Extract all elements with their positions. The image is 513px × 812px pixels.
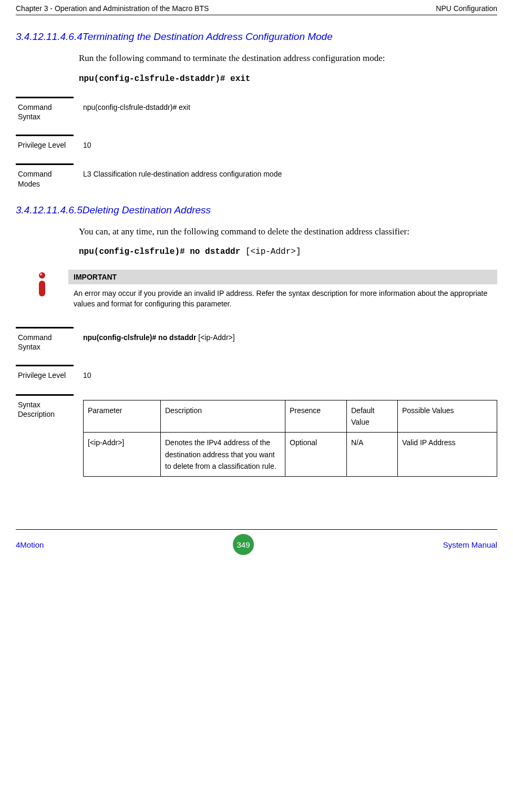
important-text: An error may occur if you provide an inv… [68,284,497,313]
page-footer: 4Motion 349 System Manual [16,529,497,563]
section-number-1: 3.4.12.11.4.6.4 [16,31,83,42]
section1-code: npu(config-clsfrule-dstaddr)# exit [79,74,497,84]
s2-privilege-level-value: 10 [74,365,497,381]
td-presence: Optional [285,433,347,477]
footer-right: System Manual [443,540,497,549]
section2-code: npu(config-clsfrule)# no dstaddr [<ip-Ad… [79,247,497,256]
th-description: Description [161,400,285,433]
section2-body: You can, at any time, run the following … [79,225,497,239]
th-parameter: Parameter [84,400,161,433]
important-callout: IMPORTANT An error may occur if you prov… [16,270,497,313]
svg-point-0 [39,272,45,279]
section-number-2: 3.4.12.11.4.6.5 [16,204,83,215]
th-possible-values: Possible Values [398,400,497,433]
s1-command-syntax-label: Command Syntax [16,97,74,121]
section2-code-bold: npu(config-clsfrule)# no dstaddr [79,247,245,256]
s1-command-syntax-value: npu(config-clsfrule-dstaddr)# exit [74,97,497,113]
s2-command-syntax-label: Command Syntax [16,327,74,352]
syntax-description-table: Parameter Description Presence Default V… [83,400,497,477]
important-title: IMPORTANT [68,270,497,284]
s2-privilege-level-label: Privilege Level [16,365,74,380]
section-heading-1: 3.4.12.11.4.6.4Terminating the Destinati… [16,31,497,43]
page-header: Chapter 3 - Operation and Administration… [16,0,497,15]
svg-rect-1 [39,281,45,296]
td-default-value: N/A [347,433,398,477]
td-parameter: [<ip-Addr>] [84,433,161,477]
section-title-2: Deleting Destination Address [83,204,211,215]
section1-body: Run the following command to terminate t… [79,52,497,65]
header-left: Chapter 3 - Operation and Administration… [16,4,209,13]
td-possible-values: Valid IP Address [398,433,497,477]
s2-command-syntax-value: npu(config-clsfrule)# no dstaddr [<ip-Ad… [74,327,497,343]
s1-command-modes-label: Command Modes [16,163,74,188]
section-title-1: Terminating the Destination Address Conf… [83,31,333,42]
section2-code-param: [<ip-Addr>] [245,247,301,256]
section-heading-2: 3.4.12.11.4.6.5Deleting Destination Addr… [16,204,497,216]
th-default-value: Default Value [347,400,398,433]
s2-command-syntax-bold: npu(config-clsfrule)# no dstaddr [83,333,198,342]
footer-left: 4Motion [16,540,44,549]
td-description: Denotes the IPv4 address of the destinat… [161,433,285,477]
table-header-row: Parameter Description Presence Default V… [84,400,497,433]
s1-privilege-level-label: Privilege Level [16,135,74,150]
s1-privilege-level-value: 10 [74,135,497,151]
s2-syntax-description-label: Syntax Description [16,394,74,419]
header-right: NPU Configuration [436,4,497,13]
s1-command-modes-value: L3 Classification rule-destination addre… [74,163,497,180]
page-number-badge: 349 [233,534,254,555]
svg-point-2 [40,273,42,275]
th-presence: Presence [285,400,347,433]
info-icon [16,270,68,301]
s2-command-syntax-rest: [<ip-Addr>] [198,333,234,342]
table-row: [<ip-Addr>] Denotes the IPv4 address of … [84,433,497,477]
